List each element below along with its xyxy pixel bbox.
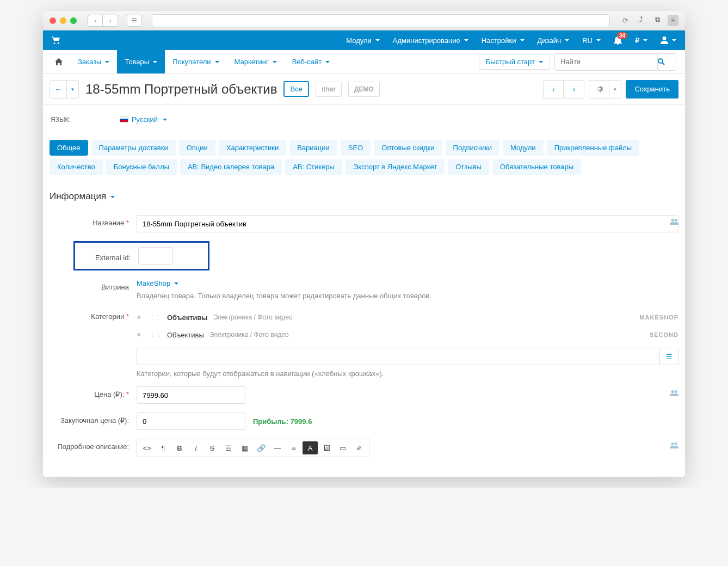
tool-bold-icon[interactable]: B <box>172 441 187 454</box>
list-price-label: Закупочная цена (₽): <box>50 413 137 424</box>
tool-table-icon[interactable]: ▦ <box>237 441 252 454</box>
store-filter-all[interactable]: Все <box>283 81 309 97</box>
list-price-input[interactable] <box>137 413 245 430</box>
next-product[interactable]: › <box>564 80 584 99</box>
shared-icon[interactable] <box>670 442 678 449</box>
admin-topbar: Модули Администрирование Настройки Дизай… <box>43 30 685 50</box>
category-store: SECOND <box>650 331 678 338</box>
global-search-input[interactable] <box>554 53 658 71</box>
tab-6[interactable]: Оптовые скидки <box>374 140 442 156</box>
topbar-administration[interactable]: Администрирование <box>393 36 468 45</box>
browser-window: ‹ › ☰ ⟳ ⤴ ⧉ + Модули Администрирование Н… <box>43 11 685 477</box>
back-button[interactable]: ← <box>50 80 67 99</box>
category-search-input[interactable] <box>137 348 660 365</box>
tool-hr-icon[interactable]: — <box>270 441 285 454</box>
topbar-settings[interactable]: Настройки <box>482 36 525 45</box>
tab-8[interactable]: Модули <box>503 140 544 156</box>
tab-9[interactable]: Прикрепленные файлы <box>547 140 640 156</box>
description-label: Подробное описание: <box>50 439 137 451</box>
cart-icon[interactable] <box>52 36 60 44</box>
tab-10[interactable]: Количество <box>50 159 103 175</box>
tab-12[interactable]: AB: Видео галерея товара <box>180 159 282 175</box>
menu-marketing[interactable]: Маркетинг <box>227 50 285 73</box>
tool-italic-icon[interactable]: I <box>188 441 203 454</box>
tab-4[interactable]: Вариации <box>289 140 337 156</box>
tab-5[interactable]: SEO <box>341 140 371 156</box>
topbar-currency[interactable]: ₽ <box>635 36 647 45</box>
topbar-design[interactable]: Дизайн <box>538 36 570 45</box>
shared-icon[interactable] <box>670 218 678 225</box>
menu-website[interactable]: Веб-сайт <box>285 50 337 73</box>
back-dropdown[interactable]: ▾ <box>67 80 79 99</box>
tab-15[interactable]: Отзывы <box>448 159 489 175</box>
notifications-icon[interactable]: 34 <box>614 36 622 45</box>
topbar-modules[interactable]: Модули <box>346 36 380 45</box>
tab-2[interactable]: Опции <box>179 140 215 156</box>
menu-products[interactable]: Товары <box>117 50 165 73</box>
browser-sidebar-toggle[interactable]: ☰ <box>127 15 142 27</box>
price-input[interactable] <box>137 386 245 404</box>
url-bar[interactable] <box>152 14 610 27</box>
category-path: Электроника / Фото видео <box>209 331 289 339</box>
close-window[interactable] <box>50 17 56 24</box>
drag-handle-icon[interactable]: ⋮⋮ <box>150 331 162 339</box>
tab-16[interactable]: Обязательные товары <box>492 159 581 175</box>
tool-paragraph-icon[interactable]: ¶ <box>156 441 171 454</box>
external-id-input[interactable] <box>138 247 173 264</box>
language-selector[interactable]: Русский <box>120 115 167 124</box>
minimize-window[interactable] <box>60 17 66 24</box>
tool-video-icon[interactable]: ▭ <box>335 441 350 454</box>
remove-category-icon[interactable]: × <box>137 330 144 339</box>
tab-3[interactable]: Характеристики <box>219 140 286 156</box>
main-menu: Заказы Товары Покупатели Маркетинг Веб-с… <box>43 50 685 74</box>
browser-forward[interactable]: › <box>103 15 118 27</box>
tool-strike-icon[interactable]: S <box>205 441 220 454</box>
name-label: Название <box>50 215 137 227</box>
category-name: Объективы <box>167 331 204 339</box>
tool-link-icon[interactable]: 🔗 <box>254 441 269 454</box>
store-watermark: ither <box>316 82 342 97</box>
tool-image-icon[interactable]: 🖼 <box>319 441 334 454</box>
drag-handle-icon[interactable]: ⋮⋮ <box>150 314 162 321</box>
prev-product[interactable]: ‹ <box>543 80 564 99</box>
section-title-information[interactable]: Информация <box>50 191 678 202</box>
browser-back[interactable]: ‹ <box>88 15 103 27</box>
gear-dropdown[interactable]: ▾ <box>609 80 621 99</box>
tab-1[interactable]: Параметры доставки <box>91 140 176 156</box>
product-tabs: ОбщееПараметры доставкиОпцииХарактеристи… <box>50 140 678 175</box>
quickstart-button[interactable]: Быстрый старт <box>479 54 550 70</box>
reload-icon[interactable]: ⟳ <box>620 16 631 24</box>
gear-icon[interactable] <box>589 80 609 99</box>
shared-icon[interactable] <box>670 390 678 397</box>
menu-customers[interactable]: Покупатели <box>165 50 226 73</box>
user-menu-icon[interactable] <box>661 36 676 44</box>
category-menu-icon[interactable]: ☰ <box>660 348 678 365</box>
tab-13[interactable]: AB: Стикеры <box>285 159 342 175</box>
menu-orders[interactable]: Заказы <box>70 50 117 73</box>
name-input[interactable] <box>137 215 678 232</box>
tab-7[interactable]: Подписчики <box>446 140 500 156</box>
global-search-button[interactable] <box>658 53 676 71</box>
notifications-badge: 34 <box>617 32 627 39</box>
tab-0[interactable]: Общее <box>50 140 88 156</box>
tab-14[interactable]: Экспорт в Яндекс.Маркет <box>346 159 445 175</box>
share-icon[interactable]: ⤴ <box>635 15 647 26</box>
tabs-icon[interactable]: ⧉ <box>651 15 663 26</box>
remove-category-icon[interactable]: × <box>137 313 144 322</box>
topbar-language[interactable]: RU <box>582 36 601 45</box>
home-icon[interactable] <box>47 50 70 73</box>
tool-magic-icon[interactable]: ✐ <box>351 441 367 454</box>
tool-list-icon[interactable]: ☰ <box>221 441 236 454</box>
profit-value: Прибыль: 7999.6 <box>253 417 312 426</box>
tab-11[interactable]: Бонусные баллы <box>106 159 177 175</box>
showcase-selector[interactable]: MakeShop <box>137 279 678 287</box>
maximize-window[interactable] <box>70 17 77 24</box>
new-tab[interactable]: + <box>668 15 678 26</box>
tool-color-icon[interactable]: A <box>303 441 318 454</box>
save-button[interactable]: Сохранить <box>626 80 678 99</box>
tool-align-icon[interactable]: ≡ <box>286 441 301 454</box>
editor-toolbar: <> ¶ B I S ☰ ▦ 🔗 — ≡ A 🖼 ▭ ✐ <box>137 439 369 457</box>
tool-code-icon[interactable]: <> <box>139 441 155 454</box>
page-titlebar: ← ▾ 18-55mm Портретный объектив Все ithe… <box>43 74 685 104</box>
page-title: 18-55mm Портретный объектив <box>85 82 277 97</box>
